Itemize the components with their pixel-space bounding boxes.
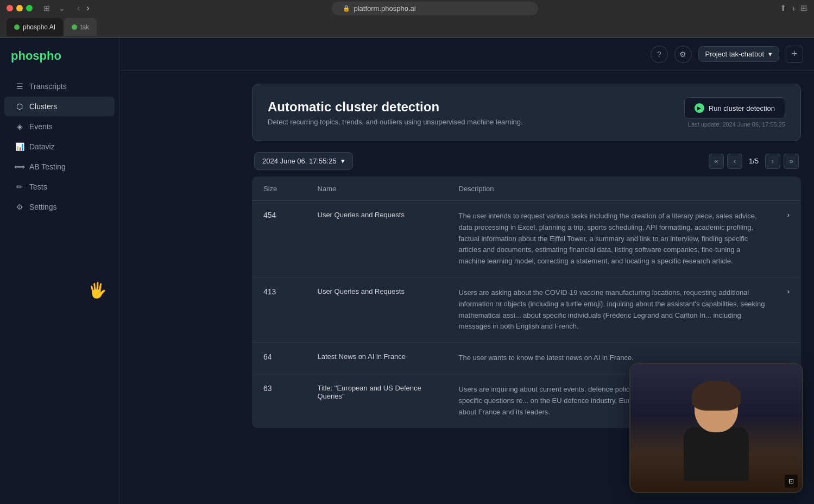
browser-tab-label-tak: tak: [80, 23, 89, 31]
play-icon: ▶: [695, 103, 704, 113]
tab-favicon-phospho: [14, 24, 20, 30]
table-row[interactable]: 454 User Queries and Requests The user i…: [253, 201, 801, 278]
table-toolbar: 2024 June 06, 17:55:25 ▾ « ‹ 1/5 › »: [252, 152, 801, 170]
sidebar: phospho ☰ Transcripts ⬡ Clusters ◈ Event…: [0, 38, 119, 504]
person-head: [695, 383, 738, 432]
cluster-size-2: 64: [253, 343, 307, 374]
chevron-down-icon: ▾: [768, 50, 772, 58]
project-selector-label: Project tak-chatbot: [705, 50, 764, 58]
extensions-icon[interactable]: ⊞: [800, 3, 807, 13]
page-subtitle: Detect recurring topics, trends, and out…: [268, 118, 523, 126]
video-controls[interactable]: ⊡: [785, 475, 798, 488]
cluster-size-3: 63: [253, 374, 307, 427]
row-arrow-1: ›: [777, 277, 801, 342]
sidebar-item-transcripts[interactable]: ☰ Transcripts: [4, 77, 115, 96]
cluster-name-1: User Queries and Requests: [307, 277, 448, 342]
sidebar-item-settings[interactable]: ⚙ Settings: [4, 197, 115, 217]
share-icon[interactable]: ⬆: [780, 3, 787, 13]
page-info: 1/5: [746, 157, 762, 165]
chevron-down-icon[interactable]: ⌄: [56, 3, 67, 14]
cluster-name-0: User Queries and Requests: [307, 201, 448, 278]
first-page-button[interactable]: «: [709, 154, 724, 169]
pagination: « ‹ 1/5 › »: [709, 154, 799, 169]
run-cluster-detection-button[interactable]: ▶ Run cluster detection: [684, 97, 785, 119]
clusters-icon: ⬡: [15, 102, 24, 111]
url-text: platform.phospho.ai: [354, 4, 415, 12]
prev-page-button[interactable]: ‹: [727, 154, 742, 169]
sidebar-item-label-tests: Tests: [29, 182, 47, 191]
browser-tab-tak[interactable]: tak: [64, 18, 97, 36]
app-header: ? ⚙ Project tak-chatbot ▾ +: [119, 38, 814, 71]
sidebar-item-dataviz[interactable]: 📊 Dataviz: [4, 137, 115, 156]
sidebar-item-events[interactable]: ◈ Events: [4, 117, 115, 136]
video-feed: [630, 364, 802, 492]
sidebar-item-clusters[interactable]: ⬡ Clusters: [4, 97, 115, 116]
col-header-description: Description: [448, 177, 777, 201]
sidebar-item-tests[interactable]: ✏ Tests: [4, 177, 115, 197]
help-icon: ?: [657, 50, 661, 59]
back-button[interactable]: ‹: [76, 2, 81, 14]
next-page-button[interactable]: ›: [765, 154, 780, 169]
dropdown-arrow-icon: ▾: [341, 157, 345, 165]
sidebar-toggle-button[interactable]: ⊞: [41, 3, 52, 14]
video-pip-button[interactable]: ⊡: [785, 475, 798, 488]
col-header-size: Size: [253, 177, 307, 201]
page-title: Automatic cluster detection: [268, 99, 523, 115]
cluster-name-2: Latest News on AI in France: [307, 343, 448, 374]
cluster-size-1: 413: [253, 277, 307, 342]
dataviz-icon: 📊: [15, 142, 24, 151]
events-icon: ◈: [15, 122, 24, 131]
sidebar-item-label-settings: Settings: [29, 203, 57, 211]
date-selector-label: 2024 June 06, 17:55:25: [262, 157, 337, 165]
sidebar-item-label-events: Events: [29, 122, 53, 131]
tests-icon: ✏: [15, 182, 24, 191]
video-overlay: ⊡: [629, 363, 803, 493]
forward-button[interactable]: ›: [85, 2, 90, 14]
run-button-label: Run cluster detection: [709, 104, 775, 112]
cluster-size-0: 454: [253, 201, 307, 278]
maximize-button[interactable]: [26, 5, 33, 11]
help-button[interactable]: ?: [651, 46, 668, 63]
cluster-description-0: The user intends to request various task…: [448, 201, 777, 278]
browser-tab-label-phospho: phospho AI: [23, 23, 55, 31]
cluster-name-3: Title: "European and US Defence Queries": [307, 374, 448, 427]
minimize-button[interactable]: [16, 5, 23, 11]
add-project-button[interactable]: +: [786, 46, 803, 63]
traffic-lights: [7, 5, 33, 11]
sidebar-item-label-ab-testing: AB Testing: [29, 162, 66, 171]
last-page-button[interactable]: »: [784, 154, 799, 169]
page-header: Automatic cluster detection Detect recur…: [252, 84, 801, 141]
sidebar-item-label-transcripts: Transcripts: [29, 82, 67, 91]
sidebar-item-label-clusters: Clusters: [29, 102, 57, 111]
last-update-text: Last update: 2024 June 06, 17:55:25: [684, 121, 785, 128]
transcripts-icon: ☰: [15, 82, 24, 91]
person-body: [684, 427, 749, 481]
app-logo: phospho: [0, 49, 119, 76]
browser-tab-phospho[interactable]: phospho AI: [7, 18, 63, 36]
browser-controls: ⊞ ⌄: [41, 3, 67, 14]
lock-icon: 🔒: [343, 5, 350, 12]
row-arrow-0: ›: [777, 201, 801, 278]
gear-icon: ⚙: [679, 50, 686, 59]
table-row[interactable]: 413 User Queries and Requests Users are …: [253, 277, 801, 342]
sidebar-item-label-dataviz: Dataviz: [29, 142, 55, 151]
plus-icon: +: [792, 48, 798, 60]
date-selector[interactable]: 2024 June 06, 17:55:25 ▾: [254, 152, 353, 170]
person-figure: [673, 383, 760, 492]
browser-tabs: phospho AI tak: [0, 16, 814, 37]
settings-button[interactable]: ⚙: [674, 46, 692, 63]
sidebar-item-ab-testing[interactable]: ⟺ AB Testing: [4, 157, 115, 177]
cluster-description-1: Users are asking about the COVID-19 vacc…: [448, 277, 777, 342]
col-header-name: Name: [307, 177, 448, 201]
settings-icon: ⚙: [15, 203, 24, 211]
address-bar[interactable]: 🔒 platform.phospho.ai: [332, 2, 538, 15]
ab-testing-icon: ⟺: [15, 162, 24, 171]
close-button[interactable]: [7, 5, 13, 11]
new-tab-icon[interactable]: +: [791, 4, 796, 13]
tab-favicon-tak: [72, 24, 77, 30]
project-selector[interactable]: Project tak-chatbot ▾: [698, 46, 779, 62]
